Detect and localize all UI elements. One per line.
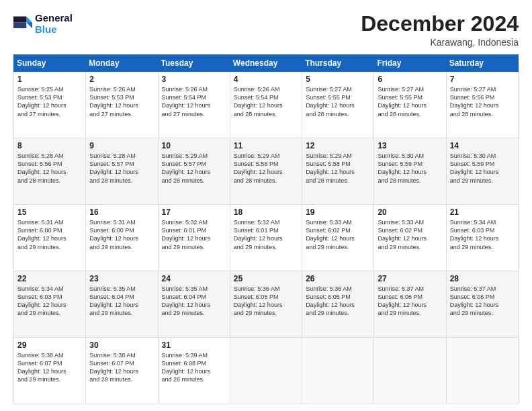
day-number: 26 <box>306 274 370 283</box>
calendar-cell: 27Sunrise: 5:37 AMSunset: 6:06 PMDayligh… <box>374 271 446 338</box>
day-info: Sunrise: 5:35 AMSunset: 6:04 PMDaylight:… <box>89 285 154 318</box>
calendar-cell: 7Sunrise: 5:27 AMSunset: 5:56 PMDaylight… <box>446 72 518 138</box>
day-info: Sunrise: 5:29 AMSunset: 5:58 PMDaylight:… <box>306 152 370 185</box>
calendar-cell: 18Sunrise: 5:32 AMSunset: 6:01 PMDayligh… <box>230 205 302 271</box>
calendar-cell: 28Sunrise: 5:37 AMSunset: 6:06 PMDayligh… <box>446 271 518 338</box>
calendar-cell: 20Sunrise: 5:33 AMSunset: 6:02 PMDayligh… <box>374 205 446 271</box>
calendar-cell: 23Sunrise: 5:35 AMSunset: 6:04 PMDayligh… <box>86 271 158 338</box>
day-number: 22 <box>17 274 82 283</box>
day-info: Sunrise: 5:27 AMSunset: 5:55 PMDaylight:… <box>306 85 370 118</box>
day-info: Sunrise: 5:38 AMSunset: 6:07 PMDaylight:… <box>17 351 82 384</box>
day-info: Sunrise: 5:29 AMSunset: 5:58 PMDaylight:… <box>234 152 298 185</box>
calendar-cell: 29Sunrise: 5:38 AMSunset: 6:07 PMDayligh… <box>14 338 86 404</box>
day-info: Sunrise: 5:32 AMSunset: 6:01 PMDaylight:… <box>234 218 298 251</box>
calendar-cell: 13Sunrise: 5:30 AMSunset: 5:59 PMDayligh… <box>374 138 446 205</box>
day-number: 31 <box>162 340 226 350</box>
calendar-row-3: 15Sunrise: 5:31 AMSunset: 6:00 PMDayligh… <box>14 205 519 271</box>
col-header-monday: Monday <box>86 55 158 72</box>
day-number: 20 <box>378 208 442 217</box>
day-number: 23 <box>89 274 154 283</box>
month-title: December 2024 <box>361 12 519 36</box>
day-info: Sunrise: 5:36 AMSunset: 6:05 PMDaylight:… <box>306 285 370 318</box>
day-info: Sunrise: 5:29 AMSunset: 5:57 PMDaylight:… <box>162 152 226 185</box>
day-number: 3 <box>162 75 226 84</box>
day-info: Sunrise: 5:39 AMSunset: 6:08 PMDaylight:… <box>162 351 226 384</box>
day-info: Sunrise: 5:26 AMSunset: 5:54 PMDaylight:… <box>162 85 226 118</box>
col-header-wednesday: Wednesday <box>230 55 302 72</box>
col-header-sunday: Sunday <box>14 55 86 72</box>
calendar-cell: 17Sunrise: 5:32 AMSunset: 6:01 PMDayligh… <box>158 205 230 271</box>
header: General Blue December 2024 Karawang, Ind… <box>13 12 519 48</box>
day-info: Sunrise: 5:33 AMSunset: 6:02 PMDaylight:… <box>306 218 370 251</box>
svg-rect-4 <box>13 22 26 28</box>
day-number: 5 <box>306 75 370 84</box>
calendar-cell: 26Sunrise: 5:36 AMSunset: 6:05 PMDayligh… <box>302 271 374 338</box>
day-info: Sunrise: 5:27 AMSunset: 5:56 PMDaylight:… <box>450 85 515 118</box>
calendar-row-4: 22Sunrise: 5:34 AMSunset: 6:03 PMDayligh… <box>14 271 519 338</box>
day-number: 1 <box>17 75 82 84</box>
calendar-cell: 1Sunrise: 5:25 AMSunset: 5:53 PMDaylight… <box>14 72 86 138</box>
day-number: 7 <box>450 75 515 84</box>
day-info: Sunrise: 5:28 AMSunset: 5:57 PMDaylight:… <box>89 152 154 185</box>
day-number: 8 <box>17 141 82 150</box>
day-number: 18 <box>234 208 298 217</box>
calendar-cell: 24Sunrise: 5:35 AMSunset: 6:04 PMDayligh… <box>158 271 230 338</box>
day-info: Sunrise: 5:37 AMSunset: 6:06 PMDaylight:… <box>450 285 515 318</box>
day-number: 30 <box>89 340 154 350</box>
day-number: 12 <box>306 141 370 150</box>
col-header-friday: Friday <box>374 55 446 72</box>
calendar-row-1: 1Sunrise: 5:25 AMSunset: 5:53 PMDaylight… <box>14 72 519 138</box>
day-info: Sunrise: 5:34 AMSunset: 6:03 PMDaylight:… <box>450 218 515 251</box>
day-info: Sunrise: 5:30 AMSunset: 5:59 PMDaylight:… <box>450 152 515 185</box>
calendar-cell: 6Sunrise: 5:27 AMSunset: 5:55 PMDaylight… <box>374 72 446 138</box>
calendar-cell: 12Sunrise: 5:29 AMSunset: 5:58 PMDayligh… <box>302 138 374 205</box>
col-header-saturday: Saturday <box>446 55 518 72</box>
calendar-cell: 4Sunrise: 5:26 AMSunset: 5:54 PMDaylight… <box>230 72 302 138</box>
calendar-cell: 9Sunrise: 5:28 AMSunset: 5:57 PMDaylight… <box>86 138 158 205</box>
day-info: Sunrise: 5:31 AMSunset: 6:00 PMDaylight:… <box>89 218 154 251</box>
day-info: Sunrise: 5:38 AMSunset: 6:07 PMDaylight:… <box>89 351 154 384</box>
svg-rect-3 <box>13 17 26 23</box>
calendar-header-row: SundayMondayTuesdayWednesdayThursdayFrid… <box>14 55 519 72</box>
day-number: 6 <box>378 75 442 84</box>
day-number: 9 <box>89 141 154 150</box>
day-info: Sunrise: 5:26 AMSunset: 5:54 PMDaylight:… <box>234 85 298 118</box>
calendar-cell: 15Sunrise: 5:31 AMSunset: 6:00 PMDayligh… <box>14 205 86 271</box>
calendar-cell: 2Sunrise: 5:26 AMSunset: 5:53 PMDaylight… <box>86 72 158 138</box>
page: General Blue December 2024 Karawang, Ind… <box>0 0 532 411</box>
day-info: Sunrise: 5:34 AMSunset: 6:03 PMDaylight:… <box>17 285 82 318</box>
day-info: Sunrise: 5:26 AMSunset: 5:53 PMDaylight:… <box>89 85 154 118</box>
day-info: Sunrise: 5:30 AMSunset: 5:59 PMDaylight:… <box>378 152 442 185</box>
calendar-cell: 14Sunrise: 5:30 AMSunset: 5:59 PMDayligh… <box>446 138 518 205</box>
calendar-cell: 25Sunrise: 5:36 AMSunset: 6:05 PMDayligh… <box>230 271 302 338</box>
day-number: 19 <box>306 208 370 217</box>
calendar-cell: 21Sunrise: 5:34 AMSunset: 6:03 PMDayligh… <box>446 205 518 271</box>
location: Karawang, Indonesia <box>361 37 519 48</box>
logo: General Blue <box>13 12 73 35</box>
calendar-cell <box>302 338 374 404</box>
title-block: December 2024 Karawang, Indonesia <box>361 12 519 48</box>
day-number: 29 <box>17 340 82 350</box>
day-number: 17 <box>162 208 226 217</box>
calendar-cell: 10Sunrise: 5:29 AMSunset: 5:57 PMDayligh… <box>158 138 230 205</box>
day-info: Sunrise: 5:25 AMSunset: 5:53 PMDaylight:… <box>17 85 82 118</box>
day-number: 28 <box>450 274 515 283</box>
day-info: Sunrise: 5:36 AMSunset: 6:05 PMDaylight:… <box>234 285 298 318</box>
day-number: 10 <box>162 141 226 150</box>
day-number: 15 <box>17 208 82 217</box>
logo-icon <box>13 14 32 33</box>
day-number: 4 <box>234 75 298 84</box>
calendar-cell: 11Sunrise: 5:29 AMSunset: 5:58 PMDayligh… <box>230 138 302 205</box>
day-number: 24 <box>162 274 226 283</box>
day-number: 14 <box>450 141 515 150</box>
day-number: 11 <box>234 141 298 150</box>
col-header-thursday: Thursday <box>302 55 374 72</box>
day-info: Sunrise: 5:35 AMSunset: 6:04 PMDaylight:… <box>162 285 226 318</box>
calendar-cell: 16Sunrise: 5:31 AMSunset: 6:00 PMDayligh… <box>86 205 158 271</box>
calendar-cell: 5Sunrise: 5:27 AMSunset: 5:55 PMDaylight… <box>302 72 374 138</box>
calendar-row-2: 8Sunrise: 5:28 AMSunset: 5:56 PMDaylight… <box>14 138 519 205</box>
day-info: Sunrise: 5:32 AMSunset: 6:01 PMDaylight:… <box>162 218 226 251</box>
calendar-cell: 8Sunrise: 5:28 AMSunset: 5:56 PMDaylight… <box>14 138 86 205</box>
calendar-cell: 3Sunrise: 5:26 AMSunset: 5:54 PMDaylight… <box>158 72 230 138</box>
day-info: Sunrise: 5:31 AMSunset: 6:00 PMDaylight:… <box>17 218 82 251</box>
